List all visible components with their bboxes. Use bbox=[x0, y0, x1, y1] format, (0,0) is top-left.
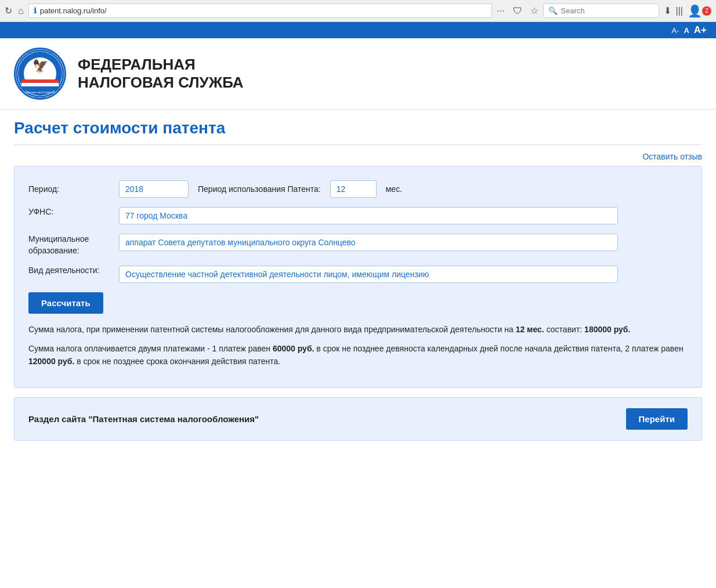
activity-select-wrap: Осуществление частной детективной деятел… bbox=[119, 266, 688, 283]
result-amount: 180000 руб. bbox=[584, 325, 630, 334]
form-area: Период: 2018 2017 2016 2019 Период испол… bbox=[14, 166, 702, 388]
font-normal-button[interactable]: A bbox=[684, 26, 689, 35]
patent-period-label: Период использования Патента: bbox=[198, 184, 321, 194]
result-amount2: 120000 руб. bbox=[28, 357, 74, 366]
calculate-button[interactable]: Рассчитать bbox=[28, 292, 103, 314]
go-button[interactable]: Перейти bbox=[626, 408, 688, 430]
profile-icon[interactable]: 👤 bbox=[688, 4, 702, 18]
period-label: Период: bbox=[28, 184, 110, 194]
municipal-row: Муниципальное образование: аппарат Совет… bbox=[28, 234, 688, 256]
municipal-select-wrap: аппарат Совета депутатов муниципального … bbox=[119, 234, 688, 251]
page-title: Расчет стоимости патента bbox=[14, 119, 702, 145]
ufns-row: УФНС: 77 город Москва bbox=[28, 207, 688, 224]
notification-badge: 2 bbox=[702, 6, 711, 16]
ufns-label: УФНС: bbox=[28, 207, 110, 216]
feedback-row: Оставить отзыв bbox=[14, 152, 702, 161]
site-title-line1: ФЕДЕРАЛЬНАЯ bbox=[78, 56, 244, 74]
site-header: 🦅 ФЕДЕРАЛЬНАЯ НАЛОГОВАЯ СЛУЖБА ФЕДЕРАЛЬН… bbox=[0, 38, 716, 110]
svg-rect-4 bbox=[21, 86, 59, 90]
pocket-icon[interactable]: 🛡 bbox=[513, 6, 522, 16]
svg-rect-5 bbox=[21, 83, 59, 86]
svg-rect-6 bbox=[21, 79, 59, 83]
main-content: Расчет стоимости патента Оставить отзыв … bbox=[0, 110, 716, 450]
font-decrease-button[interactable]: A- bbox=[671, 26, 679, 35]
profile-icon-wrap: 👤 2 bbox=[688, 4, 711, 18]
period-row: Период: 2018 2017 2016 2019 Период испол… bbox=[28, 180, 688, 198]
home-icon[interactable]: ⌂ bbox=[18, 6, 24, 16]
search-input[interactable] bbox=[561, 6, 654, 15]
search-bar-wrap: 🔍 bbox=[543, 3, 659, 18]
result-text-1: Сумма налога, при применении патентной с… bbox=[28, 323, 688, 336]
browser-toolbar: ↻ ⌂ ℹ patent.nalog.ru/info/ ··· 🛡 ☆ 🔍 ⬇ … bbox=[0, 0, 716, 21]
info-icon: ℹ bbox=[34, 6, 37, 15]
accessibility-bar: A- A A+ bbox=[0, 22, 716, 38]
ufns-select-wrap: 77 город Москва bbox=[119, 207, 688, 224]
activity-select[interactable]: Осуществление частной детективной деятел… bbox=[119, 266, 618, 283]
site-title-line2: НАЛОГОВАЯ СЛУЖБА bbox=[78, 74, 244, 92]
browser-chrome: ↻ ⌂ ℹ patent.nalog.ru/info/ ··· 🛡 ☆ 🔍 ⬇ … bbox=[0, 0, 716, 22]
activity-label: Вид деятельности: bbox=[28, 266, 110, 275]
browser-nav-icons: ↻ ⌂ bbox=[5, 5, 24, 16]
svg-text:🦅: 🦅 bbox=[32, 58, 49, 74]
site-title: ФЕДЕРАЛЬНАЯ НАЛОГОВАЯ СЛУЖБА bbox=[78, 56, 244, 92]
reload-icon[interactable]: ↻ bbox=[5, 5, 12, 16]
bottom-section-text: Раздел сайта "Патентная система налогооб… bbox=[28, 414, 259, 424]
logo-svg: 🦅 ФЕДЕРАЛЬНАЯ НАЛОГОВАЯ СЛУЖБА bbox=[16, 49, 64, 98]
more-menu-icon[interactable]: ··· bbox=[497, 6, 504, 16]
municipal-label: Муниципальное образование: bbox=[28, 234, 110, 256]
feedback-link[interactable]: Оставить отзыв bbox=[642, 152, 702, 161]
address-bar[interactable]: ℹ patent.nalog.ru/info/ bbox=[28, 3, 493, 18]
result-amount1: 60000 руб. bbox=[273, 344, 314, 353]
result-text-2: Сумма налога оплачивается двумя платежам… bbox=[28, 342, 688, 368]
browser-menu-icons: ··· 🛡 ☆ bbox=[497, 5, 538, 16]
patent-period-select[interactable]: 12 1 2 3 4 5 6 7 8 9 10 11 bbox=[330, 180, 377, 198]
download-icon[interactable]: ⬇ bbox=[664, 5, 671, 16]
ufns-select[interactable]: 77 город Москва bbox=[119, 207, 618, 224]
activity-row: Вид деятельности: Осуществление частной … bbox=[28, 266, 688, 283]
bottom-section: Раздел сайта "Патентная система налогооб… bbox=[14, 397, 702, 441]
library-icon[interactable]: ||| bbox=[676, 6, 683, 16]
patent-period-select-wrap: 12 1 2 3 4 5 6 7 8 9 10 11 bbox=[330, 180, 377, 198]
site-logo: 🦅 ФЕДЕРАЛЬНАЯ НАЛОГОВАЯ СЛУЖБА bbox=[14, 48, 66, 100]
result-duration: 12 мес. bbox=[516, 325, 544, 334]
font-increase-button[interactable]: A+ bbox=[694, 24, 707, 36]
municipal-select[interactable]: аппарат Совета депутатов муниципального … bbox=[119, 234, 618, 251]
search-icon: 🔍 bbox=[548, 6, 558, 15]
period-select[interactable]: 2018 2017 2016 2019 bbox=[119, 180, 189, 198]
bookmark-icon[interactable]: ☆ bbox=[530, 5, 538, 16]
period-select-wrap: 2018 2017 2016 2019 bbox=[119, 180, 189, 198]
svg-text:ФЕДЕРАЛЬНАЯ НАЛОГОВАЯ СЛУЖБА: ФЕДЕРАЛЬНАЯ НАЛОГОВАЯ СЛУЖБА bbox=[19, 91, 62, 94]
url-text: patent.nalog.ru/info/ bbox=[40, 6, 107, 15]
mes-label: мес. bbox=[386, 184, 402, 194]
